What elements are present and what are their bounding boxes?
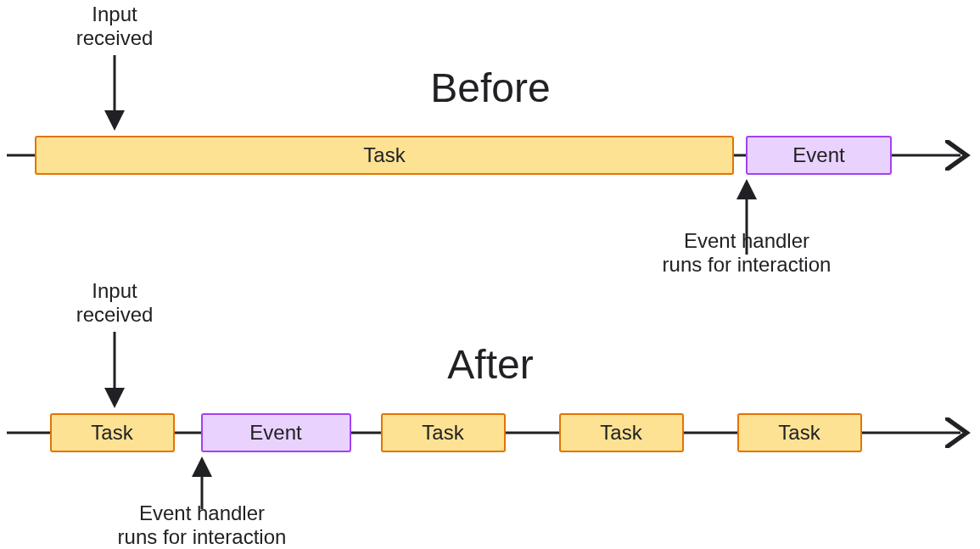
before-event-handler-line1: Event handler [684, 229, 809, 252]
after-input-received-line1: Input [92, 279, 137, 302]
before-task-label: Task [363, 143, 406, 166]
before-input-received-line2: received [76, 26, 154, 49]
before-input-received-line1: Input [92, 3, 137, 25]
before-title: Before [430, 65, 550, 110]
after-task-label-2: Task [422, 421, 464, 444]
after-task-label-1: Task [91, 421, 133, 444]
after-task-label-3: Task [600, 421, 642, 444]
after-event-handler-line2: runs for interaction [118, 525, 287, 548]
after-task-label-4: Task [778, 421, 820, 444]
after-input-received-line2: received [76, 303, 154, 326]
after-event-label: Event [249, 421, 302, 444]
after-title: After [447, 342, 533, 387]
before-event-handler-line2: runs for interaction [663, 253, 832, 276]
before-event-label: Event [792, 143, 845, 166]
after-event-handler-line1: Event handler [139, 501, 265, 524]
